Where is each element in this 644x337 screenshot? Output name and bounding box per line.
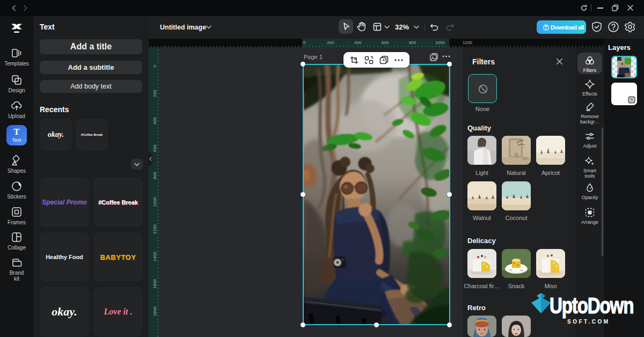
svg-text:UptoDown: UptoDown xyxy=(550,293,633,318)
svg-text:SOFT.COM: SOFT.COM xyxy=(567,319,610,325)
